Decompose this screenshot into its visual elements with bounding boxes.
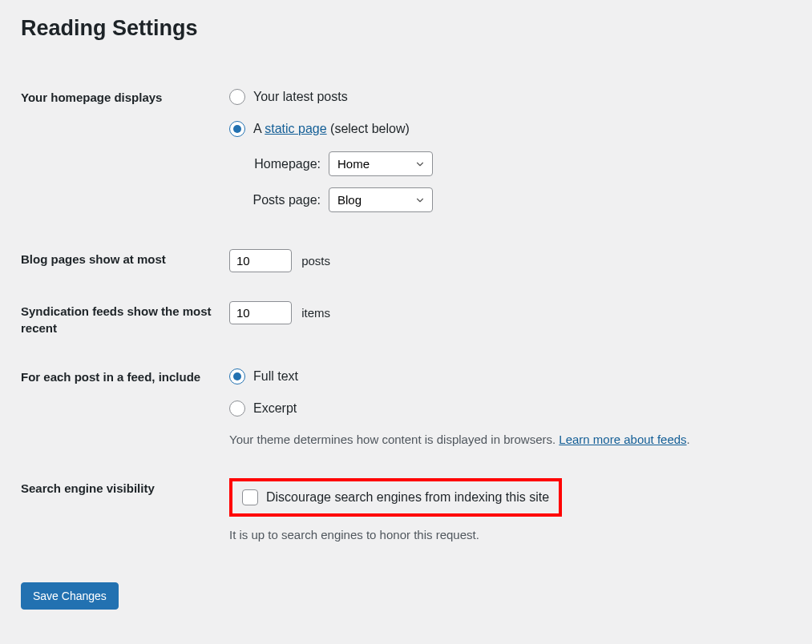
postspage-select[interactable]: Blog bbox=[329, 187, 433, 212]
settings-table: Your homepage displays Your latest posts… bbox=[21, 73, 791, 558]
static-suffix: (select below) bbox=[327, 122, 410, 135]
static-prefix: A bbox=[253, 122, 265, 135]
search-visibility-label: Search engine visibility bbox=[21, 464, 229, 559]
feed-excerpt-label[interactable]: Excerpt bbox=[253, 399, 297, 418]
homepage-select-label: Homepage: bbox=[247, 155, 321, 174]
blog-pages-input[interactable] bbox=[229, 249, 292, 272]
discourage-label[interactable]: Discourage search engines from indexing … bbox=[266, 488, 549, 507]
search-visibility-description: It is up to search engines to honor this… bbox=[229, 526, 783, 545]
feed-fulltext-radio[interactable] bbox=[229, 368, 245, 384]
feed-desc-prefix: Your theme determines how content is dis… bbox=[229, 433, 559, 446]
static-page-link[interactable]: static page bbox=[265, 122, 326, 135]
search-visibility-highlight: Discourage search engines from indexing … bbox=[229, 478, 562, 517]
feed-excerpt-radio[interactable] bbox=[229, 400, 245, 417]
learn-more-feeds-link[interactable]: Learn more about feeds bbox=[559, 433, 686, 446]
save-changes-button[interactable]: Save Changes bbox=[21, 582, 119, 610]
homepage-static-label[interactable]: A static page (select below) bbox=[253, 119, 410, 139]
feed-fulltext-label[interactable]: Full text bbox=[253, 367, 298, 386]
homepage-latest-label[interactable]: Your latest posts bbox=[253, 87, 348, 107]
syndication-input[interactable] bbox=[229, 301, 292, 324]
homepage-static-radio[interactable] bbox=[229, 121, 245, 137]
feed-description: Your theme determines how content is dis… bbox=[229, 431, 783, 449]
page-title: Reading Settings bbox=[21, 16, 791, 41]
discourage-checkbox[interactable] bbox=[242, 489, 258, 505]
feed-desc-suffix: . bbox=[687, 433, 690, 446]
homepage-select[interactable]: Home bbox=[329, 151, 433, 176]
homepage-latest-radio[interactable] bbox=[229, 89, 245, 105]
feed-content-label: For each post in a feed, include bbox=[21, 352, 229, 464]
blog-pages-suffix: posts bbox=[301, 254, 330, 268]
syndication-suffix: items bbox=[301, 306, 330, 320]
blog-pages-label: Blog pages show at most bbox=[21, 235, 229, 287]
postspage-select-label: Posts page: bbox=[247, 191, 321, 210]
syndication-label: Syndication feeds show the most recent bbox=[21, 287, 229, 352]
homepage-displays-label: Your homepage displays bbox=[21, 73, 229, 235]
